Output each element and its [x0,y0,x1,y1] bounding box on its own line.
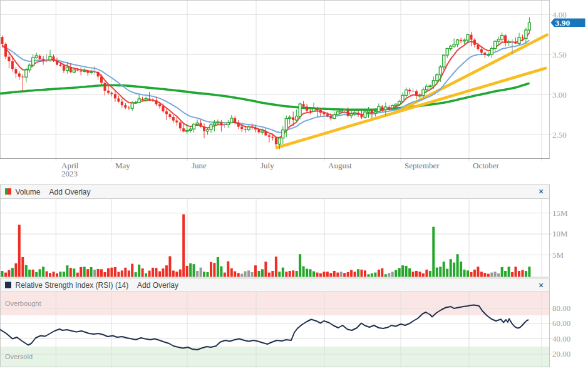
svg-text:Add Overlay: Add Overlay [137,281,178,290]
svg-text:40.00: 40.00 [552,334,570,343]
svg-text:May: May [115,161,130,170]
svg-text:October: October [473,161,500,170]
svg-text:August: August [328,161,352,170]
svg-text:×: × [539,280,544,290]
svg-text:Overbought: Overbought [5,300,41,307]
svg-text:Volume: Volume [16,188,41,196]
svg-text:5M: 5M [552,250,564,260]
svg-text:June: June [192,161,207,170]
svg-text:60.00: 60.00 [552,318,570,328]
svg-text:3.50: 3.50 [552,50,567,59]
svg-text:September: September [405,161,440,170]
svg-text:2023: 2023 [61,169,78,178]
svg-text:3.90: 3.90 [555,18,570,28]
svg-text:×: × [539,186,544,196]
svg-text:20.00: 20.00 [552,349,570,358]
svg-text:Relative Strength Index (RSI): Relative Strength Index (RSI) (14) [16,281,129,290]
svg-text:2.50: 2.50 [552,130,567,140]
svg-text:Add Overlay: Add Overlay [49,188,91,196]
svg-text:10M: 10M [552,229,568,238]
svg-text:3.00: 3.00 [552,90,567,99]
svg-text:15M: 15M [552,208,568,218]
svg-text:80.00: 80.00 [552,303,570,313]
svg-text:July: July [260,161,274,170]
svg-text:Oversold: Oversold [5,353,33,360]
